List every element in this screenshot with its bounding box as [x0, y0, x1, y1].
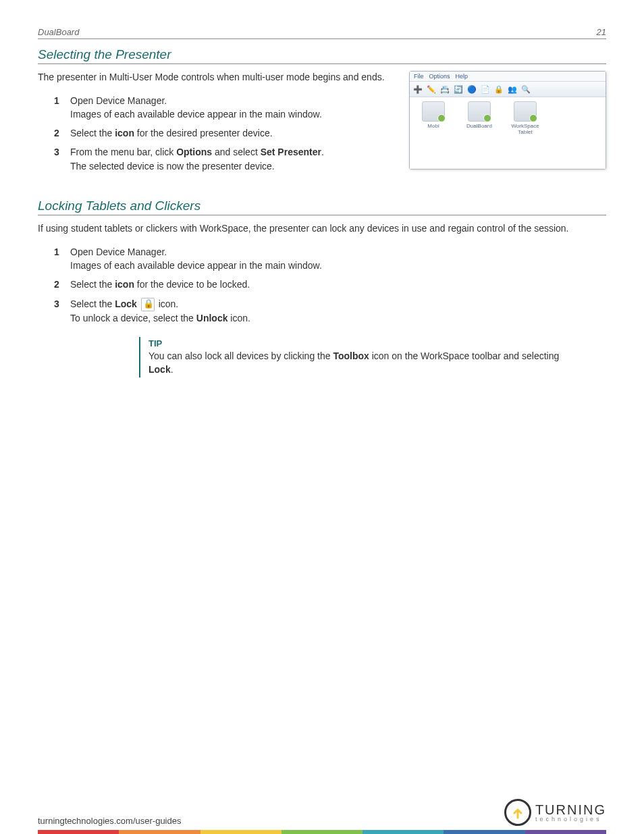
section2-steps: 1 Open Device Manager. Images of each av…: [38, 245, 606, 325]
step-number: 2: [54, 278, 59, 291]
footer-color-bar: [38, 830, 606, 834]
step: 1 Open Device Manager. Images of each av…: [54, 245, 606, 273]
tip-text: You can also lock all devices by clickin…: [149, 350, 333, 361]
step-bold: Lock: [115, 298, 137, 309]
page-footer: turningtechnologies.com/user-guides TURN…: [0, 799, 644, 834]
logo-text-top: TURNING: [535, 803, 606, 816]
toolbar-card-icon: 📇: [439, 84, 450, 95]
step-text: for the device to be locked.: [134, 279, 250, 290]
section1-steps: 1 Open Device Manager. Images of each av…: [38, 94, 396, 173]
step: 2 Select the icon for the device to be l…: [54, 278, 606, 291]
step-text: icon.: [227, 313, 250, 323]
step-number: 3: [54, 145, 59, 159]
toolbar-page-icon: 📄: [480, 84, 491, 95]
step-bold: icon: [115, 128, 134, 138]
page-header: DualBoard 21: [38, 27, 606, 39]
step-subtext: The selected device is now the presenter…: [70, 159, 396, 173]
device-item: WorkSpace Tablet: [506, 101, 545, 135]
toolbar-circle-icon: 🔵: [466, 84, 477, 95]
menu-file: File: [414, 73, 424, 80]
page-number: 21: [597, 27, 606, 37]
step-text: From the menu bar, click: [70, 147, 176, 157]
tip-label: TIP: [149, 338, 563, 348]
step-bold: Options: [176, 147, 212, 157]
device-item: DualBoard: [460, 101, 499, 135]
tip-bold: Toolbox: [333, 350, 369, 361]
step-text: .: [321, 147, 324, 157]
section-heading-locking: Locking Tablets and Clickers: [38, 199, 606, 215]
step-bold: icon: [115, 279, 134, 290]
section-heading-presenter: Selecting the Presenter: [38, 47, 606, 64]
device-icon: [422, 101, 445, 122]
device-icon: [514, 101, 537, 122]
device-label: DualBoard: [460, 123, 499, 129]
step-number: 2: [54, 126, 59, 140]
toolbar-refresh-icon: 🔄: [453, 84, 464, 95]
toolbar: ➕ ✏️ 📇 🔄 🔵 📄 🔒 👥 🔍: [410, 82, 606, 97]
step-bold: Unlock: [196, 313, 228, 323]
step-number: 1: [54, 94, 59, 107]
device-manager-screenshot: File Options Help ➕ ✏️ 📇 🔄 🔵 📄 🔒 👥 🔍 Mob…: [409, 71, 606, 170]
step: 1 Open Device Manager. Images of each av…: [54, 94, 396, 122]
toolbar-users-icon: 👥: [507, 84, 518, 95]
tip-body: You can also lock all devices by clickin…: [149, 350, 563, 376]
device-icon: [468, 101, 491, 122]
step-number: 1: [54, 245, 59, 259]
step-text: for the desired presenter device.: [134, 128, 273, 138]
step-text: Open Device Manager.: [70, 95, 167, 106]
section2-intro: If using student tablets or clickers wit…: [38, 222, 591, 236]
step-text: Select the: [70, 298, 115, 309]
menu-help: Help: [456, 73, 468, 80]
tip-bold: Lock: [149, 364, 171, 375]
step-text: and select: [212, 147, 261, 157]
step-text: Open Device Manager.: [70, 246, 167, 257]
toolbar-lock-icon: 🔒: [493, 84, 504, 95]
logo-text-bottom: technologies: [535, 816, 606, 823]
section1-intro: The presenter in Multi-User Mode control…: [38, 71, 389, 84]
device-area: Mobi DualBoard WorkSpace Tablet: [410, 97, 606, 169]
step: 3 Select the Lock icon. To unlock a devi…: [54, 297, 606, 325]
step-subtext: Images of each available device appear i…: [70, 107, 396, 121]
doc-title: DualBoard: [38, 27, 79, 37]
toolbar-add-icon: ➕: [412, 84, 423, 95]
tip-text: .: [171, 364, 173, 375]
lock-icon: [141, 298, 155, 311]
toolbar-search-icon: 🔍: [520, 84, 531, 95]
step-subtext: Images of each available device appear i…: [70, 259, 606, 272]
menu-options: Options: [429, 73, 450, 80]
step-text: Select the: [70, 279, 115, 290]
device-label: Mobi: [414, 123, 453, 129]
step-text: icon.: [159, 298, 179, 309]
step-bold: Set Presenter: [261, 147, 321, 157]
step-number: 3: [54, 297, 59, 311]
step-subtext: To unlock a device, select the Unlock ic…: [70, 311, 606, 325]
step-text: To unlock a device, select the: [70, 313, 196, 323]
tip-block: TIP You can also lock all devices by cli…: [139, 337, 571, 377]
tip-text: icon on the WorkSpace toolbar and select…: [369, 350, 559, 361]
step-text: Select the: [70, 128, 115, 138]
toolbar-edit-icon: ✏️: [426, 84, 437, 95]
device-item: Mobi: [414, 101, 453, 135]
brand-logo: TURNING technologies: [504, 799, 606, 826]
step: 3 From the menu bar, click Options and s…: [54, 145, 396, 173]
step: 2 Select the icon for the desired presen…: [54, 126, 396, 140]
footer-url: turningtechnologies.com/user-guides: [38, 816, 181, 826]
device-label: WorkSpace Tablet: [506, 123, 545, 135]
logo-arrow-icon: [504, 799, 531, 826]
menubar: File Options Help: [410, 72, 606, 82]
